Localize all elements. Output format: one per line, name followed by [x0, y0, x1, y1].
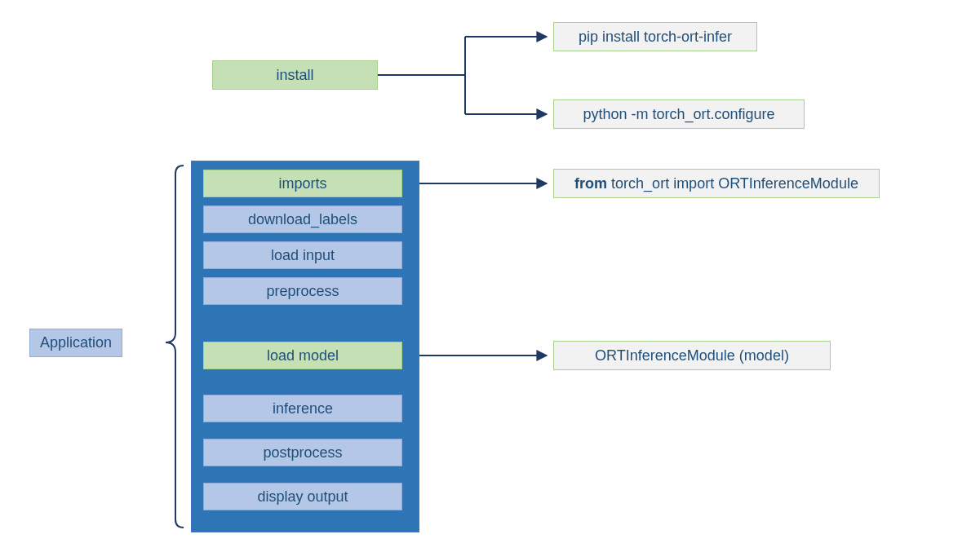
- step-imports: imports: [203, 170, 402, 197]
- install-cmd-pip: pip install torch-ort-infer: [553, 22, 757, 51]
- step-display-output: display output: [203, 483, 402, 510]
- detail-imports-rest: torch_ort import ORTInferenceModule: [607, 175, 858, 192]
- connectors-layer: [0, 0, 980, 552]
- detail-imports-keyword: from: [574, 175, 607, 192]
- install-step: install: [212, 60, 378, 90]
- detail-imports: from torch_ort import ORTInferenceModule: [553, 169, 880, 198]
- step-download-labels: download_labels: [203, 205, 402, 233]
- install-cmd-configure: python -m torch_ort.configure: [553, 99, 805, 129]
- step-preprocess: preprocess: [203, 277, 402, 305]
- application-label: Application: [29, 329, 122, 357]
- step-inference: inference: [203, 395, 402, 422]
- step-load-model: load model: [203, 342, 402, 369]
- step-postprocess: postprocess: [203, 439, 402, 466]
- step-load-input: load input: [203, 241, 402, 269]
- detail-load-model: ORTInferenceModule (model): [553, 341, 831, 370]
